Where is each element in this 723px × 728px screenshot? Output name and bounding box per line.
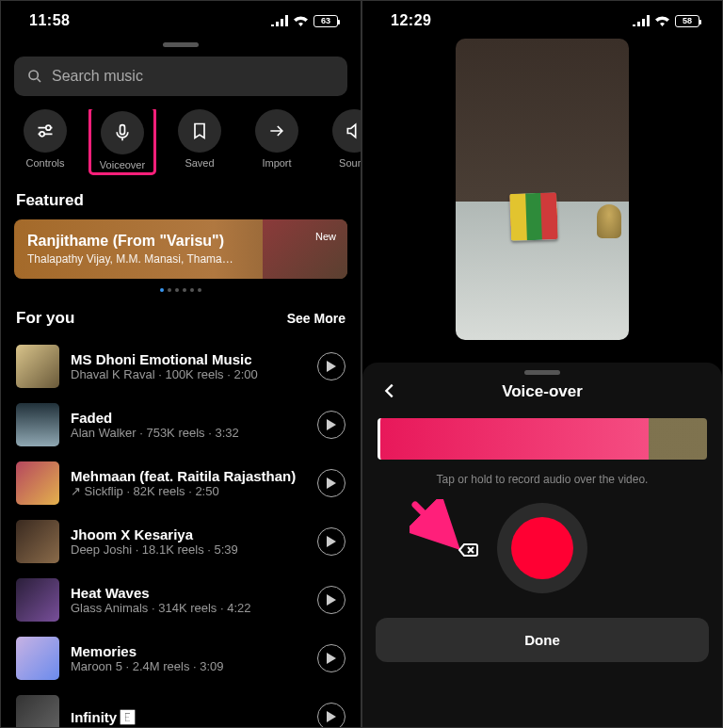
voiceover-hint: Tap or hold to record audio over the vid…: [362, 473, 722, 486]
song-thumbnail: [16, 578, 59, 622]
featured-song-artists: Thalapathy Vijay, M.M. Manasi, Thaman S: [27, 252, 234, 266]
tool-saved[interactable]: Saved: [169, 109, 231, 172]
play-button[interactable]: [317, 411, 345, 439]
bell-object: [597, 204, 621, 238]
mic-icon: [113, 123, 132, 142]
play-button[interactable]: [317, 586, 345, 614]
voiceover-timeline[interactable]: [378, 418, 707, 460]
delete-recording-button[interactable]: [457, 539, 479, 561]
voiceover-sheet: Voice-over Tap or hold to record audio o…: [362, 363, 722, 727]
foryou-section-header: For you See More: [1, 296, 361, 337]
song-row[interactable]: Mehmaan (feat. Raitila Rajasthan) ↗ Sick…: [7, 454, 355, 512]
record-button[interactable]: [497, 503, 587, 593]
song-subtitle: Glass Animals · 314K reels · 4:22: [71, 601, 306, 615]
song-subtitle: Dhaval K Raval · 100K reels · 2:00: [71, 367, 306, 381]
play-button[interactable]: [317, 644, 345, 672]
sliders-icon: [36, 121, 55, 140]
battery-level: 58: [683, 16, 692, 25]
featured-badge: New: [315, 231, 336, 242]
tool-voiceover[interactable]: Voiceover: [91, 109, 153, 172]
song-row[interactable]: Infinity 🅴: [7, 688, 355, 728]
svg-point-2: [40, 132, 44, 137]
battery-icon: 63: [313, 15, 338, 27]
play-button[interactable]: [317, 469, 345, 497]
svg-point-1: [46, 125, 51, 130]
foryou-title: For you: [16, 309, 74, 328]
status-time: 12:29: [391, 12, 431, 29]
page-dot: [198, 288, 201, 292]
page-dot: [190, 288, 194, 292]
video-preview-container: [362, 37, 722, 340]
song-subtitle: ↗ Sickflip · 82K reels · 2:50: [71, 484, 306, 498]
song-meta: Mehmaan (feat. Raitila Rajasthan) ↗ Sick…: [71, 468, 306, 498]
song-thumbnail: [16, 637, 59, 680]
song-thumbnail: [16, 403, 59, 446]
play-button[interactable]: [317, 352, 345, 380]
search-icon: [27, 69, 42, 84]
featured-section-header: Featured: [1, 178, 361, 219]
search-input[interactable]: Search music: [14, 57, 347, 96]
song-thumbnail: [16, 520, 59, 563]
voiceover-header: Voice-over: [362, 379, 722, 413]
song-meta: Jhoom X Kesariya Deep Joshi · 18.1K reel…: [71, 526, 306, 557]
speaker-icon: [345, 121, 361, 140]
featured-pagination[interactable]: [1, 279, 361, 296]
song-thumbnail: [16, 461, 59, 505]
song-title: Faded: [71, 410, 306, 426]
page-dot: [160, 288, 164, 292]
page-dot: [168, 288, 171, 292]
tool-strip: Controls Voiceover Saved: [1, 109, 361, 178]
wifi-icon: [654, 15, 670, 26]
status-time: 11:58: [29, 12, 70, 29]
song-subtitle: Alan Walker · 753K reels · 3:32: [71, 426, 306, 440]
page-dot: [175, 288, 179, 292]
cellular-icon: [633, 15, 650, 26]
left-screenshot: 11:58 63 Search music Control: [0, 0, 362, 728]
song-row[interactable]: Faded Alan Walker · 753K reels · 3:32: [7, 396, 355, 454]
record-indicator-icon: [511, 517, 573, 579]
song-title: Memories: [71, 643, 306, 659]
svg-rect-3: [120, 125, 125, 135]
tool-controls[interactable]: Controls: [14, 109, 76, 172]
back-button[interactable]: [379, 380, 400, 401]
song-row[interactable]: Heat Waves Glass Animals · 314K reels · …: [7, 571, 355, 629]
song-row[interactable]: Memories Maroon 5 · 2.4M reels · 3:09: [7, 629, 355, 688]
song-thumbnail: [16, 695, 59, 728]
featured-song-title: Ranjithame (From "Varisu"): [27, 233, 234, 250]
song-row[interactable]: Jhoom X Kesariya Deep Joshi · 18.1K reel…: [7, 512, 355, 571]
sheet-drag-handle[interactable]: [524, 370, 560, 375]
video-preview[interactable]: [456, 39, 629, 340]
song-row[interactable]: MS Dhoni Emotional Music Dhaval K Raval …: [7, 337, 355, 396]
featured-card[interactable]: New Ranjithame (From "Varisu") Thalapath…: [14, 219, 347, 279]
rubiks-cube-object: [509, 192, 558, 241]
search-placeholder: Search music: [52, 68, 143, 85]
status-bar: 11:58 63: [1, 1, 361, 37]
voiceover-title: Voice-over: [502, 382, 583, 401]
tool-sound[interactable]: Sound: [323, 109, 361, 172]
record-row: [362, 499, 722, 603]
tool-label: Controls: [26, 157, 65, 169]
right-screenshot: 12:29 58 Voice-over Tap or ho: [362, 0, 723, 728]
song-title: MS Dhoni Emotional Music: [71, 351, 306, 367]
svg-point-0: [29, 71, 38, 79]
cellular-icon: [271, 15, 288, 26]
done-button[interactable]: Done: [376, 618, 709, 662]
song-meta: Infinity 🅴: [71, 709, 306, 725]
song-meta: MS Dhoni Emotional Music Dhaval K Raval …: [71, 351, 306, 381]
song-title: Jhoom X Kesariya: [71, 526, 306, 542]
song-thumbnail: [16, 345, 59, 388]
tool-label: Saved: [185, 157, 214, 169]
song-meta: Faded Alan Walker · 753K reels · 3:32: [71, 410, 306, 440]
tool-label: Sound: [339, 157, 361, 169]
play-button[interactable]: [317, 527, 345, 556]
featured-title: Featured: [16, 191, 84, 210]
song-meta: Heat Waves Glass Animals · 314K reels · …: [71, 585, 306, 615]
sheet-drag-handle[interactable]: [163, 42, 199, 47]
wifi-icon: [293, 15, 309, 26]
tool-import[interactable]: Import: [246, 109, 308, 172]
play-button[interactable]: [317, 703, 345, 728]
featured-artwork: [263, 219, 347, 279]
see-more-link[interactable]: See More: [287, 311, 345, 326]
status-icons: 63: [271, 15, 338, 27]
song-meta: Memories Maroon 5 · 2.4M reels · 3:09: [71, 643, 306, 673]
